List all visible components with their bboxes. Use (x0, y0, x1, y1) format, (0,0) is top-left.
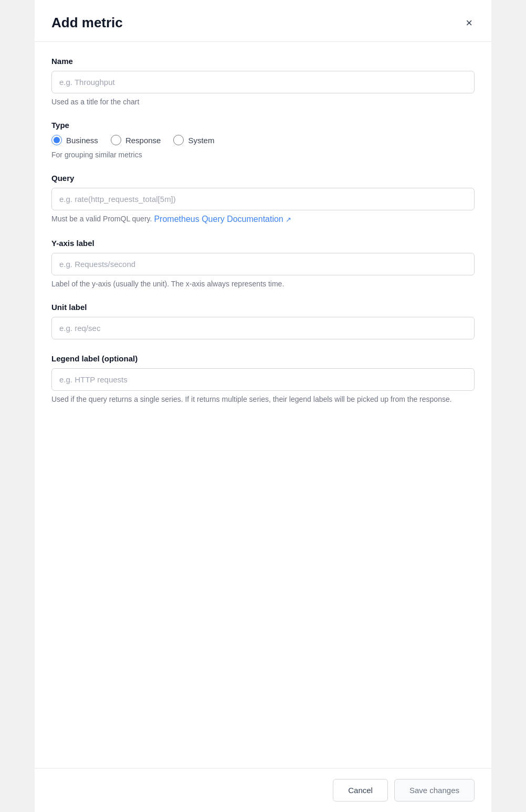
type-business-radio[interactable] (51, 135, 62, 145)
legend-label-label: Legend label (optional) (51, 354, 475, 363)
legend-label-input[interactable] (51, 368, 475, 391)
type-label: Type (51, 121, 475, 130)
unit-label-field-group: Unit label (51, 303, 475, 339)
unit-label-label: Unit label (51, 303, 475, 312)
query-helper-prefix: Must be a valid PromQL query. (51, 215, 152, 223)
unit-label-input[interactable] (51, 317, 475, 339)
type-system-label: System (188, 136, 214, 145)
type-response-radio[interactable] (111, 135, 121, 145)
modal-title: Add metric (51, 15, 123, 31)
legend-label-field-group: Legend label (optional) Used if the quer… (51, 354, 475, 403)
external-link-icon: ↗ (286, 216, 291, 223)
type-system-radio[interactable] (173, 135, 184, 145)
y-axis-helper-text: Label of the y-axis (usually the unit). … (51, 280, 475, 288)
add-metric-modal: Add metric × Name Used as a title for th… (35, 0, 491, 812)
type-radio-group: Business Response System (51, 135, 475, 145)
query-helper-link-block: Prometheus Query Documentation ↗ (154, 215, 291, 224)
type-system-option[interactable]: System (173, 135, 214, 145)
y-axis-input[interactable] (51, 253, 475, 275)
prometheus-docs-link[interactable]: Prometheus Query Documentation (154, 215, 283, 224)
type-business-option[interactable]: Business (51, 135, 98, 145)
query-field-group: Query Must be a valid PromQL query. Prom… (51, 174, 475, 224)
modal-header: Add metric × (35, 0, 491, 42)
cancel-button[interactable]: Cancel (333, 779, 388, 802)
query-helper: Must be a valid PromQL query. Prometheus… (51, 215, 475, 224)
y-axis-field-group: Y-axis label Label of the y-axis (usuall… (51, 239, 475, 288)
type-response-option[interactable]: Response (111, 135, 161, 145)
type-response-label: Response (125, 136, 161, 145)
y-axis-label: Y-axis label (51, 239, 475, 248)
name-label: Name (51, 57, 475, 66)
query-input[interactable] (51, 188, 475, 210)
legend-helper-text: Used if the query returns a single serie… (51, 395, 475, 403)
name-field-group: Name Used as a title for the chart (51, 57, 475, 106)
save-changes-button[interactable]: Save changes (394, 779, 475, 802)
type-helper-text: For grouping similar metrics (51, 151, 475, 159)
name-helper-text: Used as a title for the chart (51, 98, 475, 106)
type-field-group: Type Business Response System For groupi… (51, 121, 475, 159)
modal-body: Name Used as a title for the chart Type … (35, 42, 491, 768)
name-input[interactable] (51, 71, 475, 93)
close-button[interactable]: × (464, 15, 475, 31)
modal-footer: Cancel Save changes (35, 768, 491, 812)
type-business-label: Business (66, 136, 98, 145)
query-label: Query (51, 174, 475, 183)
